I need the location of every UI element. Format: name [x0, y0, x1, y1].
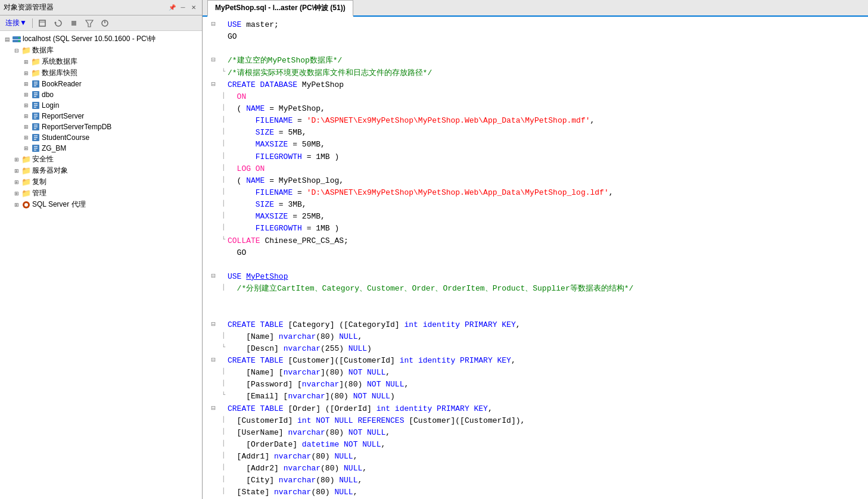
folder-sysdb-icon: 📁 — [31, 57, 41, 67]
tree-item-server[interactable]: ▤ localhost (SQL Server 10.50.1600 - PC\… — [0, 33, 202, 45]
sql-tab[interactable]: MyPetShop.sql - l...aster (PC\钟波 (51)) — [207, 0, 353, 17]
db-bookreader-icon — [31, 79, 41, 89]
gutter-33[interactable]: ⊟ — [207, 403, 219, 414]
toolbar-btn-1[interactable] — [36, 18, 49, 29]
tree-item-serverobjs[interactable]: ⊞ 📁 服务器对象 — [0, 165, 202, 176]
content-6: CREATE DATABASE MyPetShop — [228, 79, 863, 91]
expander-31: │ — [219, 379, 228, 388]
content-11: MAXSIZE = 50MB, — [228, 139, 863, 151]
close-panel-icon[interactable]: ✕ — [189, 3, 198, 13]
content-15: FILENAME = 'D:\ASPNET\Ex9MyPetShop\MyPet… — [228, 187, 863, 199]
content-34: [CustomerId] int NOT NULL REFERENCES [Cu… — [228, 415, 863, 427]
reportserver-label: ReportServer — [42, 112, 84, 120]
filter-icon — [85, 18, 94, 28]
db-reportservertempdb-icon — [31, 122, 41, 132]
expander-16: │ — [219, 199, 228, 208]
pin-icon[interactable]: 📌 — [167, 3, 177, 13]
panel-title-bar: 对象资源管理器 📌 ─ ✕ — [0, 0, 202, 15]
expander-replication[interactable]: ⊞ — [12, 177, 21, 187]
tree-item-reportservertempdb[interactable]: ⊞ ReportServerTempDB — [0, 121, 202, 132]
gutter-29[interactable]: ⊟ — [207, 355, 219, 366]
expander-40: │ — [219, 486, 228, 496]
expander-dbo[interactable]: ⊞ — [21, 90, 31, 99]
security-label: 安全性 — [32, 154, 54, 164]
expander-reportservertempdb[interactable]: ⊞ — [21, 122, 31, 132]
gutter-22[interactable]: ⊟ — [207, 271, 219, 282]
gutter-4[interactable]: ⊟ — [207, 55, 219, 66]
tree-item-dbo[interactable]: ⊞ dbo — [0, 89, 202, 100]
expander-23: │ — [219, 283, 228, 292]
expander-34: │ — [219, 415, 228, 425]
connect-button[interactable]: 连接▼ — [4, 17, 29, 29]
expander-zgbm[interactable]: ⊞ — [21, 144, 31, 153]
sqlagent-icon — [21, 200, 31, 210]
tree-item-sysdb[interactable]: ⊞ 📁 系统数据库 — [0, 56, 202, 67]
content-12: FILEGROWTH = 1MB ) — [228, 151, 863, 163]
expander-snapshots[interactable]: ⊞ — [21, 68, 31, 78]
gutter-26[interactable]: ⊟ — [207, 319, 219, 330]
folder-security-icon: 📁 — [21, 155, 31, 164]
db-zgbm-icon — [31, 144, 41, 153]
expander-sqlagent[interactable]: ⊞ — [12, 200, 21, 210]
server-label: localhost (SQL Server 10.50.1600 - PC\钟 — [23, 34, 155, 44]
gutter-6[interactable]: ⊟ — [207, 79, 219, 91]
tree-item-management[interactable]: ⊞ 📁 管理 — [0, 188, 202, 199]
tree-item-sqlagent[interactable]: ⊞ SQL Server 代理 — [0, 199, 202, 210]
code-line-31: │ [Password] [nvarchar](80) NOT NULL, — [203, 379, 868, 391]
code-line-3 — [203, 43, 868, 55]
content-22: USE MyPetShop — [228, 271, 863, 283]
code-line-37: │ [Addr1] nvarchar(80) NULL, — [203, 451, 868, 463]
db-studentcourse-icon — [31, 133, 41, 142]
tree-item-databases[interactable]: ⊟ 📁 数据库 — [0, 45, 202, 56]
code-line-13: │ LOG ON — [203, 163, 868, 175]
code-line-8: │ ( NAME = MyPetShop, — [203, 103, 868, 115]
tree-item-studentcourse[interactable]: ⊞ StudentCourse — [0, 132, 202, 143]
minimize-icon[interactable]: ─ — [178, 3, 188, 13]
tree-item-security[interactable]: ⊞ 📁 安全性 — [0, 154, 202, 165]
code-line-40: │ [State] nvarchar(80) NULL, — [203, 486, 868, 498]
content-38: [Addr2] nvarchar(80) NULL, — [228, 463, 863, 475]
expander-5: └ — [219, 67, 228, 77]
toolbar-btn-4[interactable] — [83, 18, 96, 29]
expander-databases[interactable]: ⊟ — [12, 46, 21, 55]
content-37: [Addr1] nvarchar(80) NULL, — [228, 451, 863, 463]
content-29: CREATE TABLE [Customer]([CustomerId] int… — [228, 355, 863, 367]
expander-server[interactable]: ▤ — [2, 35, 12, 44]
right-panel: MyPetShop.sql - l...aster (PC\钟波 (51)) ⊟… — [203, 0, 868, 499]
content-7: ON — [228, 91, 863, 103]
expander-bookreader[interactable]: ⊞ — [21, 79, 31, 89]
gutter-1[interactable]: ⊟ — [207, 19, 219, 30]
toolbar-btn-2[interactable] — [52, 18, 65, 29]
reportservertempdb-label: ReportServerTempDB — [42, 123, 111, 131]
expander-18: │ — [219, 223, 228, 232]
svg-marker-4 — [86, 20, 93, 27]
tree-item-zgbm[interactable]: ⊞ ZG_BM — [0, 143, 202, 154]
expander-studentcourse[interactable]: ⊞ — [21, 133, 31, 142]
expander-security[interactable]: ⊞ — [12, 155, 21, 164]
tree-item-reportserver[interactable]: ⊞ ReportServer — [0, 111, 202, 121]
expander-management[interactable]: ⊞ — [12, 189, 21, 198]
expander-sysdb[interactable]: ⊞ — [21, 57, 31, 67]
server-icon — [12, 35, 21, 44]
code-editor[interactable]: ⊟ USE master; GO ⊟ /*建立空的MyPetShop数据库*/ … — [203, 17, 868, 499]
svg-point-10 — [18, 40, 20, 42]
content-18: FILEGROWTH = 1MB ) — [228, 223, 863, 235]
tree-item-login[interactable]: ⊞ Login — [0, 100, 202, 111]
toolbar-btn-5[interactable] — [98, 18, 111, 29]
tree-item-bookreader[interactable]: ⊞ BookReader — [0, 79, 202, 89]
tree-item-snapshots[interactable]: ⊞ 📁 数据库快照 — [0, 67, 202, 79]
expander-reportserver[interactable]: ⊞ — [21, 111, 31, 121]
expander-serverobjs[interactable]: ⊞ — [12, 166, 21, 176]
content-35: [UserName] nvarchar(80) NOT NULL, — [228, 427, 863, 439]
code-line-6: ⊟ CREATE DATABASE MyPetShop — [203, 79, 868, 91]
expander-login[interactable]: ⊞ — [21, 101, 31, 110]
expander-13: │ — [219, 163, 228, 173]
tree-item-replication[interactable]: ⊞ 📁 复制 — [0, 176, 202, 188]
toolbar-btn-3[interactable] — [67, 18, 80, 29]
content-27: [Name] nvarchar(80) NULL, — [228, 331, 863, 343]
content-9: FILENAME = 'D:\ASPNET\Ex9MyPetShop\MyPet… — [228, 115, 863, 127]
code-line-4: ⊟ /*建立空的MyPetShop数据库*/ — [203, 55, 868, 67]
sqlagent-label: SQL Server 代理 — [32, 199, 86, 210]
folder-snapshots-icon: 📁 — [31, 68, 41, 78]
management-label: 管理 — [32, 188, 46, 198]
